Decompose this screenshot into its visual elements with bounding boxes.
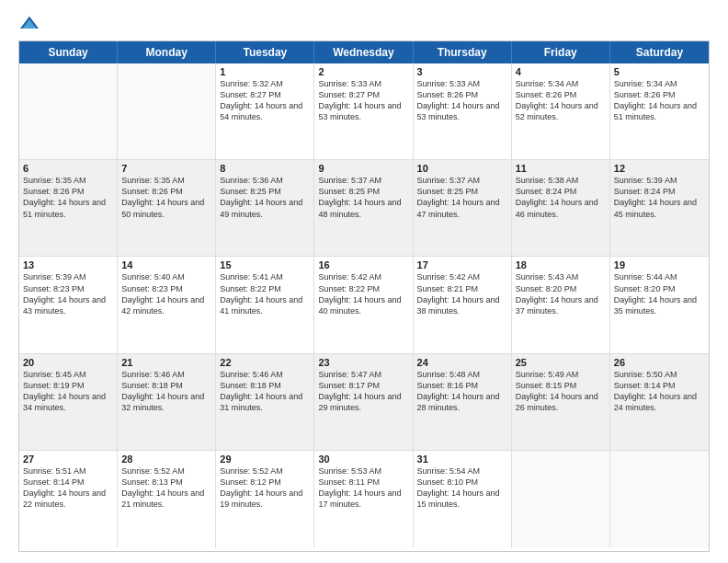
cell-info-line: Sunrise: 5:38 AM — [516, 175, 606, 186]
day-number: 31 — [417, 454, 507, 465]
calendar-cell: 9Sunrise: 5:37 AMSunset: 8:25 PMDaylight… — [314, 160, 413, 256]
calendar-cell: 21Sunrise: 5:46 AMSunset: 8:18 PMDayligh… — [118, 354, 216, 450]
day-number: 19 — [614, 259, 705, 270]
cell-info-line: Sunrise: 5:33 AM — [417, 78, 507, 89]
cell-info-line: Sunset: 8:15 PM — [516, 380, 606, 391]
day-number: 9 — [318, 163, 408, 174]
cell-info-line: Daylight: 14 hours and 45 minutes. — [614, 197, 705, 219]
calendar-cell: 25Sunrise: 5:49 AMSunset: 8:15 PMDayligh… — [512, 354, 610, 450]
day-number: 7 — [121, 163, 211, 174]
cell-info-line: Sunset: 8:27 PM — [220, 89, 310, 100]
cell-info-line: Sunrise: 5:50 AM — [614, 369, 705, 380]
cell-info-line: Sunset: 8:27 PM — [318, 89, 408, 100]
cell-info-line: Sunset: 8:19 PM — [23, 380, 113, 391]
calendar-cell: 29Sunrise: 5:52 AMSunset: 8:12 PMDayligh… — [216, 451, 314, 547]
cell-info-line: Sunset: 8:20 PM — [516, 283, 606, 294]
calendar-cell: 12Sunrise: 5:39 AMSunset: 8:24 PMDayligh… — [610, 160, 709, 256]
cell-info-line: Sunset: 8:24 PM — [516, 186, 606, 197]
cell-info-line: Daylight: 14 hours and 32 minutes. — [121, 391, 211, 413]
cell-info-line: Sunrise: 5:46 AM — [220, 369, 310, 380]
cell-info-line: Sunrise: 5:33 AM — [318, 78, 408, 89]
day-number: 14 — [121, 259, 211, 270]
cell-info-line: Sunset: 8:26 PM — [516, 89, 606, 100]
cell-info-line: Sunset: 8:23 PM — [23, 283, 113, 294]
day-number: 6 — [23, 163, 113, 174]
cell-info-line: Sunset: 8:14 PM — [614, 380, 705, 391]
day-number: 11 — [516, 163, 606, 174]
cell-info-line: Sunrise: 5:35 AM — [121, 175, 211, 186]
cell-info-line: Sunset: 8:11 PM — [318, 477, 408, 488]
cell-info-line: Daylight: 14 hours and 41 minutes. — [220, 294, 310, 316]
cell-info-line: Sunset: 8:24 PM — [614, 186, 705, 197]
cell-info-line: Sunrise: 5:42 AM — [417, 271, 507, 282]
cell-info-line: Daylight: 14 hours and 54 minutes. — [220, 100, 310, 122]
cell-info-line: Sunrise: 5:49 AM — [516, 369, 606, 380]
cell-info-line: Sunrise: 5:32 AM — [220, 78, 310, 89]
calendar-cell: 23Sunrise: 5:47 AMSunset: 8:17 PMDayligh… — [314, 354, 413, 450]
cell-info-line: Sunset: 8:23 PM — [121, 283, 211, 294]
calendar-body: 1Sunrise: 5:32 AMSunset: 8:27 PMDaylight… — [19, 63, 709, 547]
calendar-cell: 10Sunrise: 5:37 AMSunset: 8:25 PMDayligh… — [414, 160, 512, 256]
calendar-cell: 16Sunrise: 5:42 AMSunset: 8:22 PMDayligh… — [314, 257, 413, 352]
cell-info-line: Sunset: 8:20 PM — [614, 283, 705, 294]
weekday-header: Monday — [118, 41, 216, 63]
cell-info-line: Sunset: 8:26 PM — [23, 186, 113, 197]
calendar-cell: 5Sunrise: 5:34 AMSunset: 8:26 PMDaylight… — [610, 63, 709, 159]
cell-info-line: Sunrise: 5:37 AM — [318, 175, 408, 186]
calendar-cell: 6Sunrise: 5:35 AMSunset: 8:26 PMDaylight… — [19, 160, 118, 256]
cell-info-line: Daylight: 14 hours and 19 minutes. — [220, 488, 310, 510]
calendar-cell: 13Sunrise: 5:39 AMSunset: 8:23 PMDayligh… — [19, 257, 118, 352]
calendar-cell: 17Sunrise: 5:42 AMSunset: 8:21 PMDayligh… — [414, 257, 512, 352]
cell-info-line: Daylight: 14 hours and 21 minutes. — [121, 488, 211, 510]
cell-info-line: Daylight: 14 hours and 31 minutes. — [220, 391, 310, 413]
day-number: 21 — [121, 357, 211, 368]
cell-info-line: Sunrise: 5:45 AM — [23, 369, 113, 380]
cell-info-line: Sunrise: 5:46 AM — [121, 369, 211, 380]
cell-info-line: Sunrise: 5:42 AM — [318, 271, 408, 282]
day-number: 10 — [417, 163, 507, 174]
calendar-cell — [118, 63, 216, 159]
day-number: 28 — [121, 454, 211, 465]
day-number: 16 — [318, 259, 408, 270]
day-number: 1 — [220, 66, 310, 77]
cell-info-line: Daylight: 14 hours and 52 minutes. — [516, 100, 606, 122]
cell-info-line: Sunset: 8:22 PM — [220, 283, 310, 294]
day-number: 20 — [23, 357, 113, 368]
calendar-row: 6Sunrise: 5:35 AMSunset: 8:26 PMDaylight… — [19, 160, 709, 257]
calendar-cell: 3Sunrise: 5:33 AMSunset: 8:26 PMDaylight… — [414, 63, 512, 159]
logo-icon — [18, 15, 40, 33]
cell-info-line: Daylight: 14 hours and 42 minutes. — [121, 294, 211, 316]
calendar-cell: 24Sunrise: 5:48 AMSunset: 8:16 PMDayligh… — [414, 354, 512, 450]
cell-info-line: Sunset: 8:12 PM — [220, 477, 310, 488]
cell-info-line: Sunrise: 5:40 AM — [121, 271, 211, 282]
cell-info-line: Daylight: 14 hours and 26 minutes. — [516, 391, 606, 413]
cell-info-line: Daylight: 14 hours and 46 minutes. — [516, 197, 606, 219]
cell-info-line: Sunrise: 5:52 AM — [121, 465, 211, 477]
cell-info-line: Sunset: 8:18 PM — [220, 380, 310, 391]
calendar-cell: 1Sunrise: 5:32 AMSunset: 8:27 PMDaylight… — [216, 63, 314, 159]
cell-info-line: Sunrise: 5:54 AM — [417, 465, 507, 477]
day-number: 24 — [417, 357, 507, 368]
calendar-cell: 15Sunrise: 5:41 AMSunset: 8:22 PMDayligh… — [216, 257, 314, 352]
weekday-header: Sunday — [19, 41, 118, 63]
calendar-cell: 31Sunrise: 5:54 AMSunset: 8:10 PMDayligh… — [414, 451, 512, 547]
day-number: 22 — [220, 357, 310, 368]
cell-info-line: Sunset: 8:22 PM — [318, 283, 408, 294]
calendar-row: 27Sunrise: 5:51 AMSunset: 8:14 PMDayligh… — [19, 451, 709, 547]
cell-info-line: Daylight: 14 hours and 17 minutes. — [318, 488, 408, 510]
cell-info-line: Sunset: 8:18 PM — [121, 380, 211, 391]
day-number: 17 — [417, 259, 507, 270]
cell-info-line: Sunrise: 5:51 AM — [23, 465, 113, 477]
calendar-cell: 27Sunrise: 5:51 AMSunset: 8:14 PMDayligh… — [19, 451, 118, 547]
cell-info-line: Daylight: 14 hours and 38 minutes. — [417, 294, 507, 316]
cell-info-line: Daylight: 14 hours and 50 minutes. — [121, 197, 211, 219]
cell-info-line: Sunset: 8:21 PM — [417, 283, 507, 294]
day-number: 30 — [318, 454, 408, 465]
day-number: 23 — [318, 357, 408, 368]
cell-info-line: Sunrise: 5:34 AM — [516, 78, 606, 89]
weekday-header: Saturday — [610, 41, 709, 63]
calendar-cell — [19, 63, 118, 159]
day-number: 15 — [220, 259, 310, 270]
calendar-cell: 14Sunrise: 5:40 AMSunset: 8:23 PMDayligh… — [118, 257, 216, 352]
day-number: 8 — [220, 163, 310, 174]
